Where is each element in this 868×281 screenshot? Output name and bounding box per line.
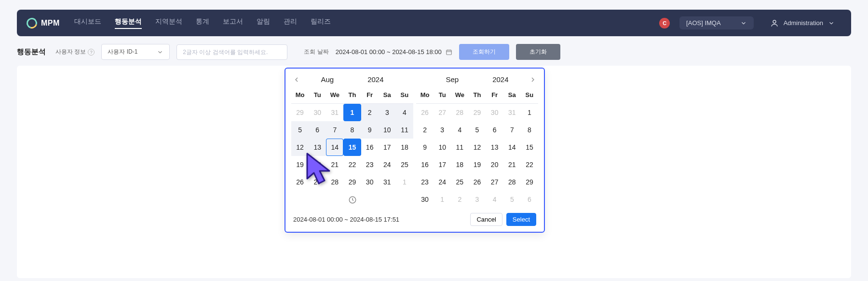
calendar-day[interactable]: 28 <box>326 173 343 191</box>
calendar-day[interactable]: 14 <box>326 139 343 156</box>
calendar-day[interactable]: 10 <box>379 121 396 139</box>
calendar-day[interactable]: 9 <box>361 121 379 139</box>
calendar-day[interactable]: 24 <box>379 156 396 173</box>
calendar-day[interactable]: 2 <box>361 104 379 121</box>
calendar-day[interactable]: 26 <box>291 173 309 191</box>
calendar-day[interactable]: 11 <box>396 121 413 139</box>
calendar-day[interactable]: 29 <box>468 104 486 121</box>
nav-statistics[interactable]: 통계 <box>196 17 209 29</box>
calendar-day[interactable]: 4 <box>451 121 468 139</box>
calendar-day[interactable]: 1 <box>343 104 361 121</box>
calendar-day[interactable]: 6 <box>309 121 326 139</box>
calendar-day[interactable]: 9 <box>416 139 434 156</box>
prev-month-button[interactable] <box>290 73 303 86</box>
calendar-day[interactable]: 19 <box>468 156 486 173</box>
calendar-day[interactable]: 1 <box>434 191 451 208</box>
calendar-day[interactable]: 1 <box>396 173 413 191</box>
nav-alerts[interactable]: 알림 <box>257 17 270 29</box>
calendar-day[interactable]: 7 <box>326 121 343 139</box>
calendar-day[interactable]: 5 <box>468 121 486 139</box>
nav-management[interactable]: 관리 <box>284 17 297 29</box>
calendar-day[interactable]: 25 <box>451 173 468 191</box>
calendar-day[interactable]: 29 <box>521 173 538 191</box>
select-button[interactable]: Select <box>506 213 536 226</box>
calendar-day[interactable]: 17 <box>434 156 451 173</box>
calendar-day[interactable]: 16 <box>361 139 379 156</box>
calendar-day[interactable]: 21 <box>503 156 521 173</box>
calendar-day[interactable]: 29 <box>343 173 361 191</box>
calendar-day[interactable]: 6 <box>486 121 503 139</box>
calendar-day[interactable]: 30 <box>486 104 503 121</box>
calendar-day[interactable]: 31 <box>379 173 396 191</box>
date-range-trigger[interactable]: 2024-08-01 00:00 ~ 2024-08-15 18:00 <box>336 48 452 56</box>
nav-release[interactable]: 릴리즈 <box>311 17 331 29</box>
calendar-day[interactable]: 5 <box>503 191 521 208</box>
calendar-day[interactable]: 28 <box>451 104 468 121</box>
calendar-day[interactable]: 3 <box>434 121 451 139</box>
calendar-day[interactable]: 27 <box>309 173 326 191</box>
reset-button[interactable]: 초기화 <box>516 44 560 60</box>
calendar-day[interactable]: 31 <box>326 104 343 121</box>
user-id-select[interactable]: 사용자 ID-1 <box>101 44 170 60</box>
calendar-day[interactable]: 14 <box>503 139 521 156</box>
calendar-day[interactable]: 12 <box>291 139 309 156</box>
calendar-day[interactable]: 23 <box>361 156 379 173</box>
calendar-day[interactable]: 20 <box>309 156 326 173</box>
calendar-day[interactable]: 18 <box>451 156 468 173</box>
calendar-day[interactable]: 30 <box>361 173 379 191</box>
calendar-day[interactable]: 27 <box>434 104 451 121</box>
calendar-day[interactable]: 4 <box>396 104 413 121</box>
calendar-day[interactable]: 7 <box>503 121 521 139</box>
calendar-day[interactable]: 31 <box>503 104 521 121</box>
calendar-day[interactable]: 5 <box>291 121 309 139</box>
calendar-day[interactable]: 27 <box>486 173 503 191</box>
admin-dropdown[interactable]: Administration <box>763 16 841 30</box>
calendar-day[interactable]: 21 <box>326 156 343 173</box>
calendar-day[interactable]: 16 <box>416 156 434 173</box>
next-month-button[interactable] <box>527 73 539 86</box>
calendar-day[interactable]: 15 <box>343 139 361 156</box>
calendar-day[interactable]: 17 <box>379 139 396 156</box>
calendar-day[interactable]: 20 <box>486 156 503 173</box>
calendar-day[interactable]: 22 <box>343 156 361 173</box>
calendar-day[interactable]: 10 <box>434 139 451 156</box>
calendar-day[interactable]: 25 <box>396 156 413 173</box>
calendar-day[interactable]: 30 <box>309 104 326 121</box>
calendar-day[interactable]: 30 <box>416 191 434 208</box>
calendar-day[interactable]: 28 <box>503 173 521 191</box>
calendar-day[interactable]: 8 <box>521 121 538 139</box>
calendar-day[interactable]: 1 <box>521 104 538 121</box>
calendar-day[interactable]: 6 <box>521 191 538 208</box>
calendar-day[interactable]: 3 <box>468 191 486 208</box>
calendar-day[interactable]: 3 <box>379 104 396 121</box>
calendar-day[interactable]: 12 <box>468 139 486 156</box>
calendar-day[interactable]: 23 <box>416 173 434 191</box>
calendar-day[interactable]: 24 <box>434 173 451 191</box>
cancel-button[interactable]: Cancel <box>470 213 502 226</box>
project-dropdown[interactable]: [AOS] IMQA <box>679 16 754 29</box>
calendar-day[interactable]: 19 <box>291 156 309 173</box>
calendar-day[interactable]: 2 <box>451 191 468 208</box>
calendar-day[interactable]: 8 <box>343 121 361 139</box>
query-button[interactable]: 조회하기 <box>459 44 509 60</box>
calendar-day[interactable]: 22 <box>521 156 538 173</box>
nav-dashboard[interactable]: 대시보드 <box>74 17 101 29</box>
calendar-day[interactable]: 2 <box>416 121 434 139</box>
calendar-day[interactable]: 26 <box>416 104 434 121</box>
calendar-day[interactable]: 13 <box>309 139 326 156</box>
calendar-day[interactable]: 18 <box>396 139 413 156</box>
time-picker-toggle[interactable] <box>291 191 413 207</box>
calendar-day[interactable]: 15 <box>521 139 538 156</box>
nav-behavior-analysis[interactable]: 행동분석 <box>115 17 142 29</box>
search-input[interactable] <box>176 44 287 60</box>
user-avatar[interactable]: C <box>659 18 670 28</box>
nav-report[interactable]: 보고서 <box>223 17 243 29</box>
calendar-day[interactable]: 11 <box>451 139 468 156</box>
chevron-down-icon <box>740 20 747 27</box>
calendar-day[interactable]: 26 <box>468 173 486 191</box>
calendar-day[interactable]: 13 <box>486 139 503 156</box>
help-icon[interactable]: ? <box>88 49 95 56</box>
calendar-day[interactable]: 29 <box>291 104 309 121</box>
nav-region-analysis[interactable]: 지역분석 <box>155 17 182 29</box>
calendar-day[interactable]: 4 <box>486 191 503 208</box>
